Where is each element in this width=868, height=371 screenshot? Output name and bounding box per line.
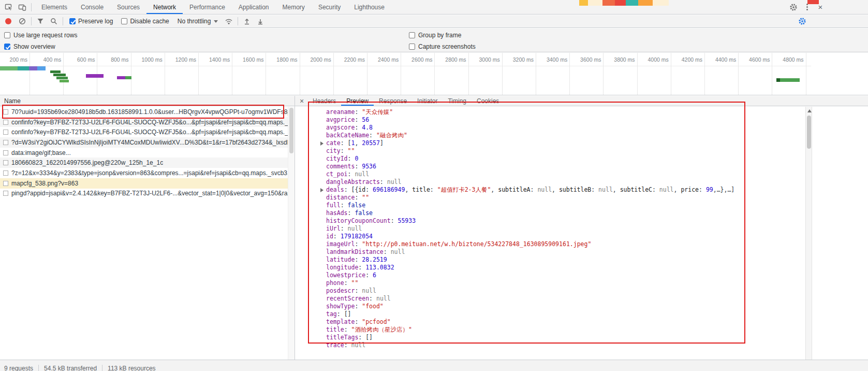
preserve-log-checkbox[interactable] bbox=[69, 18, 76, 24]
request-row[interactable]: 180660823_1622014997556.jpeg@220w_125h_1… bbox=[0, 158, 288, 168]
overview-waterfall-bar bbox=[86, 74, 104, 78]
search-icon[interactable] bbox=[48, 16, 60, 26]
group-by-frame-toggle[interactable]: Group by frame bbox=[409, 31, 461, 40]
detail-tab-initiator[interactable]: Initiator bbox=[412, 96, 443, 106]
inspect-element-icon[interactable] bbox=[2, 1, 16, 14]
json-value: "" bbox=[351, 279, 358, 287]
capture-screenshots-checkbox[interactable] bbox=[409, 44, 415, 50]
overview-tick-label: 3400 ms bbox=[537, 56, 567, 63]
request-row[interactable]: confinfo?key=B7FBZ-T2T3J-U2LF6-FGU4L-SUO… bbox=[0, 117, 288, 127]
json-property-avgprice: avgprice: 56 bbox=[319, 116, 868, 124]
show-overview-label: Show overview bbox=[13, 43, 55, 50]
network-overview-timeline[interactable]: 200 ms400 ms600 ms800 ms1000 ms1200 ms14… bbox=[0, 53, 868, 95]
request-row[interactable]: 70?uuid=1935b69ce2804918b5db.1631858991.… bbox=[0, 107, 288, 117]
overview-tick-label: 3600 ms bbox=[571, 56, 601, 63]
json-value: 56 bbox=[362, 116, 369, 123]
settings-gear-icon[interactable] bbox=[787, 1, 800, 14]
scrollbar-thumb[interactable] bbox=[289, 108, 293, 153]
detail-tab-response[interactable]: Response bbox=[374, 96, 412, 106]
use-large-request-rows-toggle[interactable]: Use large request rows bbox=[4, 31, 77, 40]
json-value: "" bbox=[362, 194, 369, 201]
json-value: "pcfood" bbox=[362, 318, 390, 325]
overview-gridline bbox=[738, 53, 739, 95]
overview-gridline bbox=[502, 53, 503, 95]
network-conditions-icon[interactable] bbox=[223, 16, 234, 26]
import-har-icon[interactable] bbox=[241, 16, 253, 26]
tab-memory[interactable]: Memory bbox=[276, 0, 312, 14]
scrollbar-thumb[interactable] bbox=[807, 116, 811, 149]
clear-requests-icon[interactable] bbox=[17, 16, 28, 26]
json-value: , bbox=[405, 186, 412, 193]
tab-lighthouse[interactable]: Lighthouse bbox=[347, 0, 391, 14]
throttling-dropdown[interactable]: No throttling bbox=[178, 18, 218, 25]
json-value: , bbox=[355, 139, 362, 147]
json-key: imageUrl bbox=[326, 240, 355, 248]
throttling-value: No throttling bbox=[178, 18, 211, 25]
tab-sources[interactable]: Sources bbox=[110, 0, 146, 14]
json-property-cityId: cityId: 0 bbox=[319, 155, 868, 163]
show-overview-toggle[interactable]: Show overview bbox=[4, 42, 55, 51]
overview-gridline bbox=[266, 53, 266, 95]
tab-security[interactable]: Security bbox=[312, 0, 347, 14]
network-settings-gear-icon[interactable] bbox=[797, 16, 807, 26]
json-key: tag bbox=[326, 310, 337, 318]
json-property-lowestprice: lowestprice: 6 bbox=[319, 272, 868, 279]
json-property-deals[interactable]: deals: [{id: 696186949, title: "超值打卡2-3人… bbox=[319, 186, 868, 194]
overview-waterfall-bar bbox=[50, 70, 61, 73]
request-row[interactable]: data:image/gif;base... bbox=[0, 148, 288, 158]
request-row[interactable]: confinfo?key=B7FBZ-T2T3J-U2LF6-FGU4L-SUO… bbox=[0, 127, 288, 137]
json-key: comments bbox=[326, 163, 355, 170]
request-row[interactable]: mapcfg_538.png?v=863 bbox=[0, 178, 288, 189]
expand-arrow-icon[interactable] bbox=[320, 188, 323, 192]
overview-gridline bbox=[165, 53, 165, 95]
detail-tab-cookies[interactable]: Cookies bbox=[472, 96, 504, 106]
request-row[interactable]: ?z=12&x=3334&y=2383&type=jsonp&version=8… bbox=[0, 168, 288, 178]
detail-panel-scrollbar[interactable] bbox=[805, 107, 812, 360]
tab-network[interactable]: Network bbox=[146, 0, 183, 14]
request-name: pingd?appid=jsapi&v=2.4.142&key=B7FBZ-T2… bbox=[11, 190, 288, 197]
tab-console[interactable]: Console bbox=[74, 0, 110, 14]
use-large-request-rows-checkbox[interactable] bbox=[4, 32, 10, 38]
show-overview-checkbox[interactable] bbox=[4, 44, 10, 50]
overview-tick-label: 1000 ms bbox=[133, 56, 163, 63]
json-key: areaname bbox=[326, 108, 355, 116]
json-key: titleTags bbox=[326, 334, 358, 341]
file-type-icon bbox=[3, 140, 8, 145]
file-type-icon bbox=[3, 160, 8, 165]
json-value: "酒拾烤肉（星沙店）" bbox=[351, 326, 411, 333]
export-har-icon[interactable] bbox=[255, 16, 266, 26]
device-toolbar-icon[interactable] bbox=[16, 1, 29, 14]
json-key: longitude bbox=[326, 264, 358, 271]
record-button[interactable] bbox=[5, 18, 11, 24]
json-value: 6 bbox=[373, 272, 376, 279]
detail-tab-headers[interactable]: Headers bbox=[307, 96, 341, 106]
tab-elements[interactable]: Elements bbox=[35, 0, 74, 14]
disable-cache-toggle[interactable]: Disable cache bbox=[121, 18, 169, 25]
request-row[interactable]: ?d=W3siY2giOiJCYWlkdSIsInNjIjoiMTY4MCoxM… bbox=[0, 137, 288, 148]
tab-application[interactable]: Application bbox=[232, 0, 276, 14]
scroll-up-arrow-icon[interactable] bbox=[807, 109, 812, 112]
background-page-sliver bbox=[579, 0, 669, 6]
request-name: confinfo?key=B7FBZ-T2T3J-U2LF6-FGU4L-SUO… bbox=[11, 119, 288, 126]
detail-tab-preview[interactable]: Preview bbox=[341, 96, 374, 106]
request-name: confinfo?key=B7FBZ-T2T3J-U2LF6-FGU4L-SUO… bbox=[11, 129, 288, 136]
close-detail-icon[interactable]: × bbox=[296, 97, 307, 105]
json-key: distance bbox=[326, 194, 355, 201]
group-by-frame-checkbox[interactable] bbox=[409, 32, 415, 38]
detail-tab-timing[interactable]: Timing bbox=[443, 96, 472, 106]
request-list-scrollbar[interactable] bbox=[288, 107, 295, 360]
overview-tick-label: 1400 ms bbox=[200, 56, 230, 63]
expand-arrow-icon[interactable] bbox=[320, 141, 323, 146]
name-column-header[interactable]: Name bbox=[0, 96, 295, 106]
filter-icon[interactable] bbox=[35, 16, 46, 26]
request-row[interactable]: pingd?appid=jsapi&v=2.4.142&key=B7FBZ-T2… bbox=[0, 189, 288, 199]
tab-performance[interactable]: Performance bbox=[183, 0, 232, 14]
json-value: title bbox=[412, 186, 430, 193]
file-type-icon bbox=[3, 150, 8, 155]
disable-cache-checkbox[interactable] bbox=[121, 18, 127, 24]
preserve-log-toggle[interactable]: Preserve log bbox=[69, 18, 113, 25]
json-key: avgscore bbox=[326, 124, 355, 131]
json-property-iUrl: iUrl: null bbox=[319, 225, 868, 233]
json-property-cate[interactable]: cate: [1, 20557] bbox=[319, 139, 868, 147]
capture-screenshots-toggle[interactable]: Capture screenshots bbox=[409, 42, 476, 51]
